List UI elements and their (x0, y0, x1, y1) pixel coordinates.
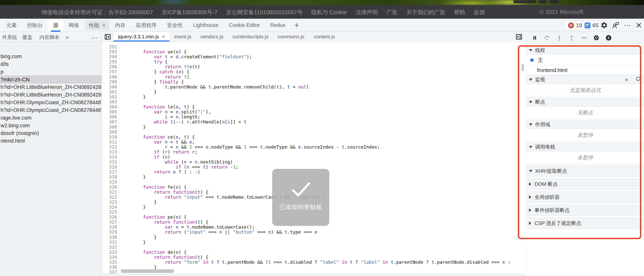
file-tree-item[interactable]: h?id=OHR.OlympicCoast_ZH-CN0827844876_UH (0, 106, 102, 114)
line-number[interactable]: 302 (102, 94, 119, 99)
deactivate-breakpoints-icon[interactable] (592, 34, 600, 42)
line-number[interactable]: 301 (102, 89, 119, 94)
line-number[interactable]: 318 (102, 174, 119, 179)
file-tree-item[interactable]: ntend.html (0, 137, 102, 145)
navigator-tab[interactable]: 件系统 (2, 34, 17, 41)
devtools-tab-控制台[interactable]: 控制台 (22, 19, 48, 32)
line-number[interactable]: 310 (102, 135, 119, 139)
step-over-icon[interactable] (543, 34, 551, 42)
line-number[interactable]: 315 (102, 159, 119, 164)
feedback-person-icon[interactable] (611, 21, 620, 29)
line-number[interactable]: 331 (102, 240, 119, 245)
footer-link[interactable]: 反馈 (474, 9, 485, 16)
file-tree-item[interactable]: rage.live.com (0, 114, 102, 122)
line-number[interactable]: 311 (102, 139, 119, 144)
devtools-tab-应用程序[interactable]: 应用程序 (130, 19, 162, 32)
line-number[interactable]: 323 (102, 200, 119, 205)
line-number[interactable]: 316 (102, 164, 119, 169)
line-number[interactable]: 322 (102, 195, 119, 200)
section-header-作用域[interactable]: 作用域 (526, 120, 644, 129)
section-header-全局侦听器[interactable]: 全局侦听器 (526, 191, 644, 203)
file-tree-item[interactable]: p (0, 68, 102, 76)
line-number[interactable]: 296 (102, 64, 119, 69)
editor-tab-contentscripts.js[interactable]: contentscripts.js (228, 32, 273, 41)
footer-link[interactable]: 帮助 (454, 9, 465, 16)
line-number[interactable]: 326 (102, 215, 119, 220)
step-into-icon[interactable] (556, 34, 563, 42)
devtools-tab-内存[interactable]: 内存 (110, 19, 130, 32)
file-tree-item[interactable]: bing.com (0, 53, 102, 60)
editor-tab-commons.js[interactable]: commons.js (273, 32, 309, 41)
line-number[interactable]: 334 (102, 255, 119, 260)
devtools-tab-网络[interactable]: 网络 (64, 19, 84, 32)
step-out-icon[interactable] (568, 34, 576, 42)
thread-item[interactable]: frontend.html (526, 66, 644, 75)
line-number[interactable]: 332 (102, 245, 119, 250)
devtools-tab-Lighthouse[interactable]: Lighthouse (188, 19, 224, 32)
show-debugger-sidebar-icon[interactable] (516, 33, 522, 41)
line-number[interactable]: 303 (102, 99, 119, 104)
line-number[interactable]: 309 (102, 130, 119, 135)
file-tree-item[interactable]: dssofr (nosignin) (0, 129, 102, 137)
close-tab-icon[interactable]: × (162, 34, 165, 39)
line-number-gutter[interactable]: 2922932942952962972982993003013023033043… (102, 42, 119, 274)
line-number[interactable]: 313 (102, 149, 119, 154)
line-number[interactable]: 308 (102, 125, 119, 130)
devtools-tab-源[interactable]: 源 (48, 19, 64, 32)
line-number[interactable]: 321 (102, 190, 119, 195)
step-icon[interactable] (580, 34, 588, 42)
section-header-XHR/提取断点[interactable]: XHR/提取断点 (526, 165, 644, 177)
thread-item[interactable]: 主 (526, 55, 644, 66)
devtools-tab-Redux[interactable]: Redux (265, 19, 290, 32)
code-editor[interactable]: 2922932942952962972982993003013023033043… (102, 42, 526, 274)
line-number[interactable]: 293 (102, 49, 119, 54)
line-number[interactable]: 333 (102, 250, 119, 255)
footer-link[interactable]: 京公网安备11010802022657号 (226, 9, 302, 16)
add-watch-icon[interactable]: ＋ (623, 75, 630, 84)
devtools-tab-元素[interactable]: 元素 (1, 19, 22, 32)
line-number[interactable]: 329 (102, 230, 119, 235)
section-header-事件侦听器断点[interactable]: 事件侦听器断点 (526, 204, 644, 216)
line-number[interactable]: 307 (102, 119, 119, 124)
close-tab-icon[interactable]: × (102, 22, 105, 28)
file-tree-item[interactable]: d/ls (0, 60, 102, 68)
line-number[interactable]: 336 (102, 265, 119, 270)
line-number[interactable]: 297 (102, 69, 119, 74)
line-number[interactable]: 300 (102, 84, 119, 89)
refresh-watch-icon[interactable] (635, 76, 641, 83)
devtools-tab-安全性[interactable]: 安全性 (162, 19, 188, 32)
line-number[interactable]: 319 (102, 180, 119, 185)
footer-link[interactable]: 法律声明 (356, 9, 378, 16)
devtools-tab-+[interactable]: + (290, 19, 302, 32)
line-number[interactable]: 304 (102, 104, 119, 109)
section-header-监视[interactable]: 监视＋ (526, 75, 644, 84)
line-number[interactable]: 292 (102, 44, 119, 49)
line-number[interactable]: 314 (102, 154, 119, 159)
section-header-线程[interactable]: 线程 (526, 46, 644, 55)
vertical-scrollbar-thumb[interactable] (522, 64, 524, 71)
devtools-tab-Cookie Editor[interactable]: Cookie Editor (224, 19, 265, 32)
line-number[interactable]: 306 (102, 114, 119, 119)
hide-navigator-icon[interactable] (104, 33, 111, 41)
line-number[interactable]: 298 (102, 74, 119, 79)
file-tree-item[interactable]: h?id=OHR.LittleBlueHeron_ZH-CN0892428603… (0, 91, 102, 99)
pause-on-exceptions-icon[interactable] (605, 34, 612, 42)
console-messages-badge[interactable]: 65 (582, 21, 602, 29)
line-number[interactable]: 305 (102, 109, 119, 114)
section-header-CSP 违反了规定断点[interactable]: CSP 违反了规定断点 (526, 217, 644, 229)
footer-link[interactable]: 广告 (386, 9, 398, 16)
line-number[interactable]: 335 (102, 260, 119, 265)
file-tree-item[interactable]: w2.bing.com (0, 122, 102, 129)
line-number[interactable]: 295 (102, 59, 119, 64)
line-number[interactable]: 327 (102, 220, 119, 225)
footer-link[interactable]: 增值电信业务经营许可证：合字B2-20090007 (41, 9, 153, 16)
line-number[interactable]: 294 (102, 54, 119, 59)
pause-icon[interactable] (531, 34, 538, 42)
section-header-DOM 断点[interactable]: DOM 断点 (526, 178, 644, 190)
footer-link[interactable]: 京ICP备10036305号-7 (162, 9, 217, 16)
editor-tab-content.js[interactable]: content.js (309, 32, 340, 41)
section-header-调用堆栈[interactable]: 调用堆栈 (526, 142, 644, 151)
file-tree-item[interactable]: h?id=OHR.OlympicCoast_ZH-CN0827844876_19 (0, 99, 102, 106)
footer-link[interactable]: 关于我们的广告 (406, 9, 445, 16)
navigator-tab[interactable]: 内容脚本 (40, 34, 60, 41)
